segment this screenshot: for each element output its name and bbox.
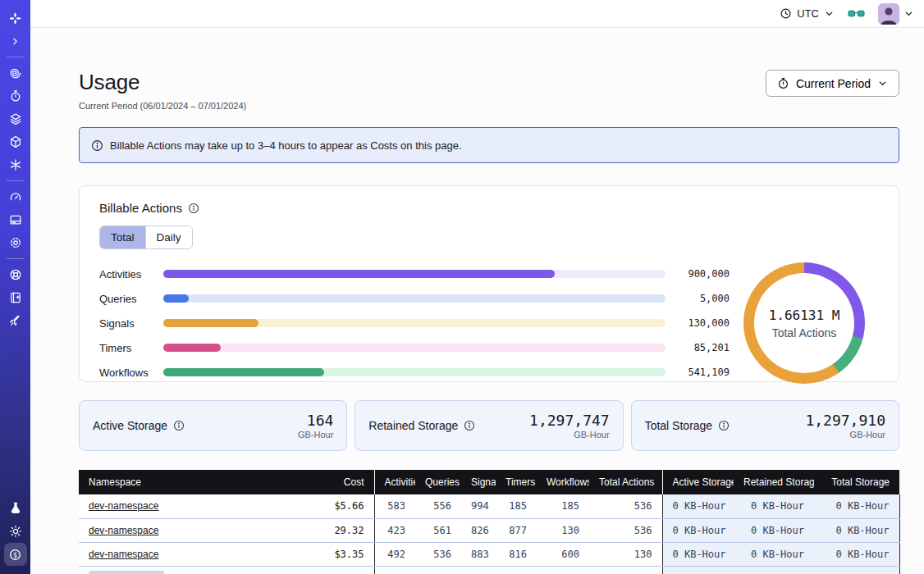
info-icon[interactable] xyxy=(718,420,730,431)
layers-icon xyxy=(9,112,22,125)
table-cell xyxy=(662,566,734,574)
total-daily-tabs: TotalDaily xyxy=(99,226,193,249)
sidebar-divider xyxy=(7,57,25,57)
table-cell: 0 KB-Hour xyxy=(814,494,899,518)
namespace-cell: dev-namespace xyxy=(79,494,309,518)
billable-actions-card: Billable Actions TotalDaily Activities90… xyxy=(79,185,899,382)
gauge-icon xyxy=(9,190,22,203)
storage-card-label: Total Storage xyxy=(645,419,713,432)
column-header-namespace: Namespace xyxy=(79,470,309,494)
bar-value: 541,109 xyxy=(675,367,730,378)
table-cell: 0 KB-Hour xyxy=(814,542,899,566)
bar-label: Queries xyxy=(99,293,155,305)
table-cell: $3.35 xyxy=(309,542,374,566)
sidebar-batch-operations[interactable] xyxy=(4,107,27,130)
user-menu[interactable] xyxy=(878,3,914,25)
donut-center: 1.66131 M Total Actions xyxy=(754,273,854,373)
sun-icon xyxy=(9,525,22,538)
svg-text:$: $ xyxy=(13,551,17,558)
glasses-icon[interactable] xyxy=(848,9,865,19)
sidebar-usage-billing[interactable]: $ xyxy=(4,543,27,566)
storage-card-value: 1,297,747 xyxy=(529,412,610,429)
usage-dashboard: $ UTC Usage Current xyxy=(0,0,924,574)
table-cell: 816 xyxy=(496,542,537,566)
table-cell: 0 KB-Hour xyxy=(662,518,734,542)
sidebar-support[interactable] xyxy=(4,263,27,286)
column-header-signals: Signals xyxy=(461,470,496,494)
storage-card-value: 164 xyxy=(298,412,333,429)
timezone-selector[interactable]: UTC xyxy=(780,7,835,20)
table-cell: 561 xyxy=(415,518,461,542)
sidebar-theme-toggle[interactable] xyxy=(4,520,27,543)
bar-fill xyxy=(163,344,221,352)
period-selector-button[interactable]: Current Period xyxy=(766,70,899,97)
sidebar-divider xyxy=(7,180,25,181)
table-header-row: NamespaceCostActivitiesQueriesSignalsTim… xyxy=(79,470,899,494)
page-title: Usage xyxy=(79,70,246,95)
column-header-total-storage: Total Storage xyxy=(814,470,899,494)
bar-fill xyxy=(163,270,555,278)
rocket-icon xyxy=(9,314,22,327)
bar-value: 900,000 xyxy=(675,268,730,280)
namespace-cell: dev-namespace xyxy=(79,542,309,566)
book-icon xyxy=(9,291,22,304)
table-row: dev-namespace$3.354925368838166001300 KB… xyxy=(79,542,899,566)
sidebar-getting-started[interactable] xyxy=(4,309,27,332)
total-storage-card: Total Storage1,297,910GB-Hour xyxy=(631,400,899,451)
chevron-down-icon xyxy=(903,8,914,19)
sidebar-schedules[interactable] xyxy=(4,84,27,107)
table-cell: 0 KB-Hour xyxy=(662,542,734,566)
storage-summary-row: Active Storage164GB-HourRetained Storage… xyxy=(79,400,899,451)
bar-value: 5,000 xyxy=(675,293,730,304)
table-cell: 556 xyxy=(415,494,461,518)
info-icon[interactable] xyxy=(173,420,185,431)
bar-row-signals: Signals130,000 xyxy=(99,317,730,330)
bar-track xyxy=(163,294,666,303)
column-header-cost: Cost xyxy=(309,470,374,494)
sidebar-labs[interactable] xyxy=(4,497,27,520)
total-actions-value: 1.66131 M xyxy=(769,308,840,323)
namespace-usage-table: NamespaceCostActivitiesQueriesSignalsTim… xyxy=(79,470,900,574)
storage-card-unit: GB-Hour xyxy=(298,430,333,440)
sidebar-namespaces[interactable] xyxy=(4,61,27,84)
sidebar-deployments[interactable] xyxy=(4,130,27,153)
namespace-link[interactable]: dev-namespace xyxy=(89,500,158,512)
chevron-down-icon xyxy=(877,78,888,89)
storage-card-value: 1,297,910 xyxy=(805,412,885,429)
sidebar-nexus[interactable] xyxy=(4,153,27,176)
bar-track xyxy=(163,270,666,278)
table-cell xyxy=(79,566,309,574)
bar-value: 130,000 xyxy=(675,317,730,329)
table-cell: 536 xyxy=(589,518,662,542)
table-cell xyxy=(734,566,814,574)
table-cell: 994 xyxy=(461,494,496,518)
sidebar-release-notes[interactable] xyxy=(4,286,27,309)
asterisk-icon xyxy=(9,158,22,171)
info-icon[interactable] xyxy=(464,420,475,431)
spiral-icon xyxy=(9,66,22,80)
sidebar-events[interactable] xyxy=(4,208,27,231)
namespace-link[interactable]: dev-namespace xyxy=(89,525,158,536)
table-cell: 877 xyxy=(496,518,537,542)
sidebar-settings[interactable] xyxy=(4,231,27,254)
bar-track xyxy=(163,319,666,327)
timer-icon xyxy=(9,89,22,102)
info-icon[interactable] xyxy=(188,203,199,214)
lifebuoy-icon xyxy=(9,268,22,281)
info-banner: Billable Actions may take up to 3–4 hour… xyxy=(79,127,899,163)
table-cell: 29.32 xyxy=(309,518,374,542)
namespace-link[interactable]: dev-namespace xyxy=(89,549,158,560)
table-cell xyxy=(461,566,496,574)
temporal-logo[interactable] xyxy=(4,7,27,30)
table-cell: 583 xyxy=(374,494,415,518)
storage-card-label: Active Storage xyxy=(93,419,167,432)
sidebar-metrics[interactable] xyxy=(4,185,27,208)
collapse-sidebar[interactable] xyxy=(4,30,27,52)
table-cell: 130 xyxy=(537,518,589,542)
table-cell xyxy=(374,566,415,574)
chevron-down-icon xyxy=(824,8,835,19)
tab-daily[interactable]: Daily xyxy=(145,226,192,248)
table-cell: 185 xyxy=(496,494,537,518)
table-row: dev-namespace29.324235618268771305360 KB… xyxy=(79,518,899,542)
tab-total[interactable]: Total xyxy=(100,226,145,248)
